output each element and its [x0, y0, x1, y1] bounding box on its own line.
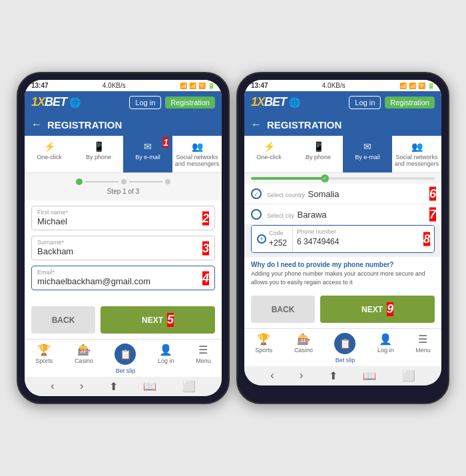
surname-value: Backham	[37, 246, 209, 257]
social-icon-1: 👥	[192, 141, 203, 152]
bnav-sports-2[interactable]: 🏆 Sports	[255, 333, 272, 363]
plus-circle-icon: +	[257, 234, 266, 244]
register-button-1[interactable]: Registration	[165, 97, 215, 109]
firstname-label: First name*	[37, 209, 209, 216]
reg-header-1: ← REGISTRATION	[25, 113, 222, 136]
chrome-forward-1[interactable]: ›	[80, 380, 83, 393]
reg-title-2: REGISTRATION	[267, 119, 342, 130]
login-icon-1: 👤	[159, 344, 172, 356]
back-arrow-2[interactable]: ←	[251, 119, 262, 130]
step-progress-2	[244, 173, 441, 184]
next-button-1[interactable]: NEXT 5	[101, 306, 215, 334]
back-button-2[interactable]: BACK	[251, 296, 315, 323]
chrome-share-1[interactable]: ⬆	[109, 380, 118, 393]
bnav-login-2[interactable]: 👤 Log in	[377, 333, 394, 363]
dot-line-2	[129, 181, 162, 182]
firstname-group: First name* Michael 2	[31, 206, 215, 230]
next-badge-2: 9	[387, 302, 393, 316]
country-select-row[interactable]: ✓ Select country Somalia 6	[244, 184, 441, 204]
bnav-login-label-1: Log in	[158, 357, 174, 364]
step-dot-2	[121, 179, 126, 184]
phone-number-value: 6 34749464	[297, 237, 339, 246]
phone-2-screen: 13:47 4.0KB/s 📶 📶 🛜 🔋 1XBET 🌐 Log in Reg	[244, 80, 441, 385]
login-button-2[interactable]: Log in	[349, 96, 381, 109]
tab-by-email-2[interactable]: ✉ By e-mail	[343, 136, 392, 172]
firstname-badge: 2	[202, 211, 209, 225]
tab-by-phone-label-1: By phone	[86, 154, 111, 160]
time-1: 13:47	[31, 82, 49, 89]
bnav-betslip-2[interactable]: 📋 Bet slip	[334, 333, 355, 363]
tab-email-badge-1: 1	[163, 137, 168, 148]
tab-by-email-1[interactable]: ✉ By e-mail 1	[123, 136, 172, 172]
phone-2: 13:47 4.0KB/s 📶 📶 🛜 🔋 1XBET 🌐 Log in Reg	[236, 72, 449, 404]
email-icon-1: ✉	[144, 141, 152, 152]
tab-one-click-1[interactable]: ⚡ One-click	[25, 136, 74, 172]
step-dot-3	[165, 179, 170, 184]
tab-social-label-1: Social networks and messengers	[174, 154, 220, 167]
step-indicator-1: Step 1 of 3	[25, 173, 222, 200]
signal-2: 📶 📶 🛜 🔋	[399, 83, 435, 89]
phone-number-area[interactable]: Phone number 6 34749464 8	[293, 226, 434, 252]
next-button-2[interactable]: NEXT 9	[320, 296, 435, 323]
step-dots-1	[76, 178, 170, 185]
bnav-betslip-1[interactable]: 📋 Bet slip	[115, 344, 136, 374]
network-1: 4.0KB/s	[103, 82, 126, 89]
btn-row-2: BACK NEXT 9	[244, 290, 441, 328]
chrome-bookmarks-2[interactable]: 📖	[363, 369, 376, 382]
tab-one-click-2[interactable]: ⚡ One-click	[244, 136, 294, 172]
bnav-casino-2[interactable]: 🎰 Casino	[294, 333, 313, 363]
tab-by-phone-2[interactable]: 📱 By phone	[294, 136, 343, 172]
tab-social-1[interactable]: 👥 Social networks and messengers	[172, 136, 222, 172]
bnav-menu-2[interactable]: ☰ Menu	[415, 333, 431, 363]
tabs-row-1: ⚡ One-click 📱 By phone ✉ By e-mail 1 👥 S…	[25, 136, 222, 173]
surname-label: Surname*	[37, 239, 209, 246]
chrome-tabs-1[interactable]: ⬜	[182, 380, 196, 393]
code-value: +252	[269, 238, 287, 248]
reg-header-2: ← REGISTRATION	[244, 113, 441, 136]
surname-badge: 3	[202, 241, 209, 255]
signal-1: 📶 📶 🛜 🔋	[180, 83, 215, 89]
bnav-casino-label-1: Casino	[75, 357, 93, 364]
chrome-back-2[interactable]: ‹	[270, 369, 274, 382]
phone-number-label: Phone number	[297, 228, 430, 235]
bnav-betslip-label-2: Bet slip	[336, 357, 355, 363]
chrome-tabs-2[interactable]: ⬜	[402, 369, 415, 382]
bnav-casino-1[interactable]: 🎰 Casino	[75, 344, 93, 374]
login-icon-2: 👤	[379, 333, 392, 346]
time-2: 13:47	[251, 82, 268, 89]
bnav-sports-1[interactable]: 🏆 Sports	[35, 344, 53, 374]
nav-buttons-2: Log in Registration	[349, 96, 435, 109]
sports-icon-2: 🏆	[257, 333, 270, 346]
globe-icon-1: 🌐	[69, 97, 81, 108]
email-value[interactable]: michaelbackham@gmail.com	[37, 276, 209, 287]
chrome-bottom-1: ‹ › ⬆ 📖 ⬜	[25, 377, 222, 396]
chrome-bookmarks-1[interactable]: 📖	[143, 380, 156, 393]
why-title: Why do I need to provide my phone number…	[251, 261, 435, 268]
tab-social-label-2: Social networks and messengers	[393, 154, 440, 167]
chrome-forward-2[interactable]: ›	[300, 369, 303, 382]
dot-line-1	[85, 181, 118, 182]
country-label: Select country	[267, 192, 305, 198]
next-label-2: NEXT	[361, 305, 383, 314]
chrome-back-1[interactable]: ‹	[51, 380, 54, 393]
back-button-1[interactable]: BACK	[31, 306, 95, 334]
logo-2: 1XBET	[251, 95, 286, 109]
chrome-share-2[interactable]: ⬆	[329, 369, 338, 382]
register-button-2[interactable]: Registration	[385, 97, 435, 109]
tab-social-2[interactable]: 👥 Social networks and messengers	[392, 136, 441, 172]
reg-title-1: REGISTRATION	[47, 119, 122, 130]
bnav-betslip-label-1: Bet slip	[116, 367, 136, 374]
step-text-1: Step 1 of 3	[107, 188, 139, 195]
bnav-menu-1[interactable]: ☰ Menu	[196, 344, 211, 374]
back-arrow-1[interactable]: ←	[31, 119, 42, 130]
network-2: 4.0KB/s	[322, 82, 346, 89]
city-select-row[interactable]: Select city Barawa 7	[244, 204, 441, 225]
menu-icon-1: ☰	[198, 344, 208, 356]
login-button-1[interactable]: Log in	[129, 96, 161, 109]
status-bar-1: 13:47 4.0KB/s 📶 📶 🛜 🔋	[25, 80, 222, 91]
status-bar-2: 13:47 4.0KB/s 📶 📶 🛜 🔋	[244, 80, 441, 91]
phone-icon-2: 📱	[313, 141, 324, 152]
bnav-login-1[interactable]: 👤 Log in	[158, 344, 174, 374]
tab-by-phone-1[interactable]: 📱 By phone	[74, 136, 123, 172]
form-area-1: First name* Michael 2 Surname* Backham 3…	[25, 200, 222, 301]
